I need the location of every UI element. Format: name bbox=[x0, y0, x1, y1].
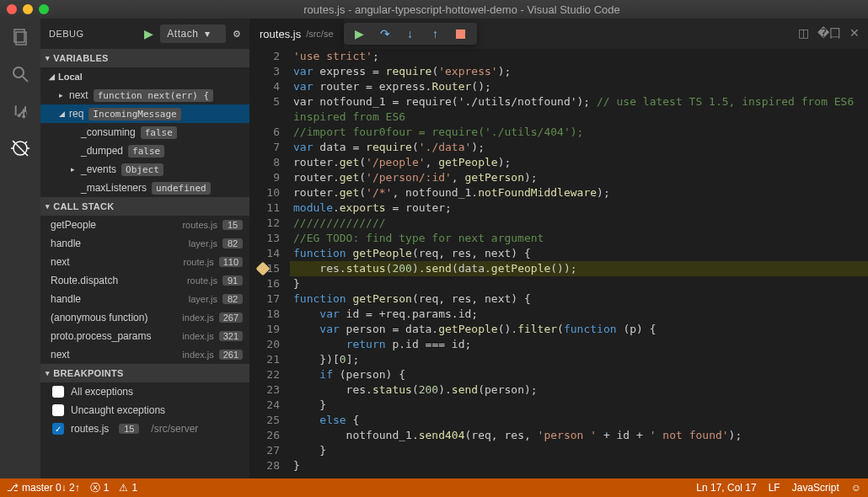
scope-local[interactable]: ◢Local bbox=[40, 67, 249, 86]
debug-toolbar: ▶ ↷ ↓ ↑ bbox=[344, 23, 477, 45]
var-_consuming[interactable]: _consumingfalse bbox=[40, 123, 249, 142]
debug-icon[interactable] bbox=[8, 136, 32, 160]
debug-title: DEBUG bbox=[49, 29, 84, 39]
var-req[interactable]: ◢reqIncomingMessage bbox=[40, 104, 249, 123]
window-controls bbox=[7, 4, 49, 14]
variables-section-header[interactable]: ▾VARIABLES bbox=[40, 49, 249, 67]
explorer-icon[interactable] bbox=[8, 25, 32, 49]
search-icon[interactable] bbox=[8, 62, 32, 86]
stack-frame[interactable]: nextroute.js110 bbox=[40, 253, 249, 271]
activity-bar bbox=[0, 19, 40, 478]
stack-frame[interactable]: Route.dispatchroute.js91 bbox=[40, 271, 249, 290]
editor-area: routes.js /src/se ▶ ↷ ↓ ↑ ◫ �囗 ✕ 2345678… bbox=[249, 19, 868, 478]
cursor-position[interactable]: Ln 17, Col 17 bbox=[696, 482, 756, 494]
step-over-button[interactable]: ↷ bbox=[378, 26, 393, 41]
var-_maxListeners[interactable]: _maxListenersundefined bbox=[40, 179, 249, 197]
start-debug-button[interactable]: ▶ bbox=[144, 27, 154, 40]
step-out-button[interactable]: ↑ bbox=[428, 26, 443, 41]
checkbox-icon[interactable]: ✓ bbox=[52, 423, 64, 435]
stack-frame[interactable]: handlelayer.js82 bbox=[40, 234, 249, 253]
debug-settings-icon[interactable]: ⚙ bbox=[233, 29, 242, 40]
feedback-icon[interactable]: ☺ bbox=[851, 482, 861, 494]
code-content[interactable]: 'use strict';var express = require('expr… bbox=[290, 49, 868, 478]
tab-bar: routes.js /src/se ▶ ↷ ↓ ↑ ◫ �囗 ✕ bbox=[249, 19, 868, 49]
warnings-count[interactable]: ⚠ 1 bbox=[119, 482, 137, 494]
var-next[interactable]: ▸nextfunction next(err) { bbox=[40, 86, 249, 104]
bp-line-badge: 15 bbox=[119, 424, 139, 434]
status-bar: ⎇ master 0↓ 2↑ ⓧ 1 ⚠ 1 Ln 17, Col 17 LF … bbox=[0, 478, 868, 497]
bp-path: /src/server bbox=[151, 423, 198, 435]
debug-sidebar: DEBUG ▶ Attach ▾ ⚙ ▾VARIABLES ◢Local ▸ne… bbox=[40, 19, 249, 478]
var-_events[interactable]: ▸_eventsObject bbox=[40, 160, 249, 179]
eol-indicator[interactable]: LF bbox=[769, 482, 780, 494]
step-into-button[interactable]: ↓ bbox=[403, 26, 418, 41]
titlebar: routes.js - angular-typescript-hottowel-… bbox=[0, 0, 868, 19]
code-editor[interactable]: 2345678910111213141516171819202122232425… bbox=[249, 49, 868, 478]
split-editor-icon[interactable]: ◫ bbox=[798, 26, 809, 41]
continue-button[interactable]: ▶ bbox=[352, 26, 367, 41]
editor-actions: ◫ �囗 ✕ bbox=[798, 26, 868, 41]
checkbox-icon[interactable] bbox=[52, 404, 64, 416]
bp-all-exceptions[interactable]: All exceptions bbox=[40, 382, 249, 401]
bp-uncaught-exceptions[interactable]: Uncaught exceptions bbox=[40, 401, 249, 420]
minimize-window[interactable] bbox=[23, 4, 33, 14]
svg-point-2 bbox=[13, 67, 24, 77]
breakpoints-section-header[interactable]: ▾BREAKPOINTS bbox=[40, 364, 249, 382]
stack-frame[interactable]: proto.process_paramsindex.js321 bbox=[40, 327, 249, 345]
tab-routes[interactable]: routes.js /src/se bbox=[249, 19, 344, 49]
svg-line-8 bbox=[13, 142, 15, 143]
more-icon[interactable]: �囗 bbox=[817, 26, 841, 41]
var-_dumped[interactable]: _dumpedfalse bbox=[40, 142, 249, 160]
svg-line-3 bbox=[23, 77, 28, 82]
callstack-section-header[interactable]: ▾CALL STACK bbox=[40, 197, 249, 216]
stack-frame[interactable]: nextindex.js261 bbox=[40, 345, 249, 364]
stack-frame[interactable]: getPeopleroutes.js15 bbox=[40, 216, 249, 234]
maximize-window[interactable] bbox=[39, 4, 49, 14]
stop-button[interactable] bbox=[453, 26, 469, 41]
bp-file[interactable]: ✓routes.js15/src/server bbox=[40, 420, 249, 438]
errors-count[interactable]: ⓧ 1 bbox=[90, 481, 110, 495]
checkbox-icon[interactable] bbox=[52, 386, 64, 398]
git-branch[interactable]: ⎇ master 0↓ 2↑ bbox=[7, 482, 80, 494]
window-title: routes.js - angular-typescript-hottowel-… bbox=[62, 3, 861, 16]
language-mode[interactable]: JavaScript bbox=[792, 482, 839, 494]
debug-header: DEBUG ▶ Attach ▾ ⚙ bbox=[40, 19, 249, 49]
debug-config-select[interactable]: Attach ▾ bbox=[160, 24, 225, 43]
close-editor-icon[interactable]: ✕ bbox=[849, 26, 860, 41]
stack-frame[interactable]: handlelayer.js82 bbox=[40, 290, 249, 308]
stack-frame[interactable]: (anonymous function)index.js267 bbox=[40, 308, 249, 327]
git-icon[interactable] bbox=[8, 99, 32, 123]
close-window[interactable] bbox=[7, 4, 17, 14]
svg-line-9 bbox=[25, 142, 27, 143]
line-gutter: 2345678910111213141516171819202122232425… bbox=[249, 49, 290, 478]
